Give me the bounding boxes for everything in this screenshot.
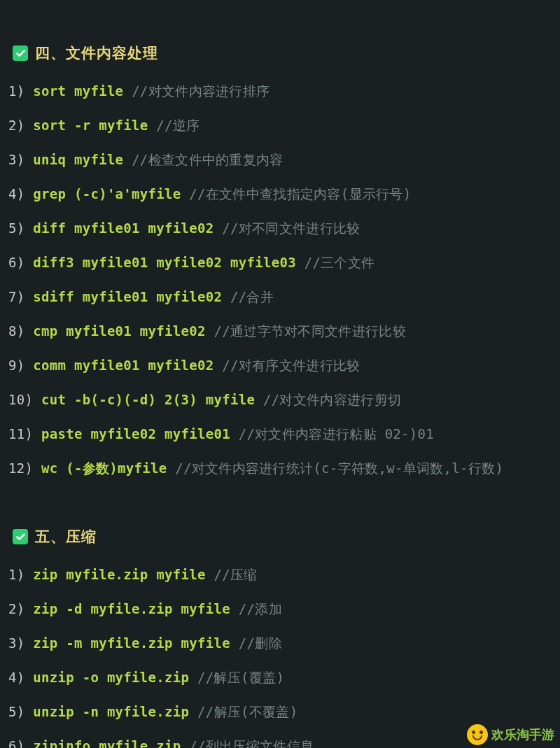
comment-text: //列出压缩文件信息 — [189, 738, 314, 748]
command-text: zip -d myfile.zip myfile — [33, 601, 230, 616]
comment-text: //在文件中查找指定内容(显示行号) — [189, 186, 411, 202]
check-icon — [13, 45, 28, 61]
command-line: 2) sort -r myfile //逆序 — [8, 117, 552, 135]
command-line: 5) diff myfile01 myfile02 //对不同文件进行比较 — [8, 220, 552, 238]
comment-text: //对有序文件进行比较 — [222, 358, 360, 373]
command-text: diff3 myfile01 myfile02 myfile03 — [33, 255, 296, 270]
section-header-4: 四、文件内容处理 — [8, 43, 552, 63]
comment-text: //对文件内容进行剪切 — [263, 392, 401, 407]
command-text: sort -r myfile — [33, 118, 148, 133]
command-line: 9) comm myfile01 myfile02 //对有序文件进行比较 — [8, 357, 552, 375]
command-text: diff myfile01 myfile02 — [33, 220, 214, 236]
comment-text: //解压(不覆盖) — [197, 704, 298, 719]
smiley-icon — [467, 724, 488, 745]
command-text: unzip -o myfile.zip — [33, 670, 197, 685]
command-text: sdiff myfile01 myfile02 — [33, 289, 222, 304]
line-number: 5) — [8, 220, 24, 236]
section-header-5: 五、压缩 — [8, 527, 552, 546]
command-text: cmp myfile01 myfile02 — [33, 323, 206, 339]
line-number: 10) — [8, 392, 33, 407]
line-number: 8) — [8, 323, 24, 339]
check-icon — [13, 529, 28, 544]
line-number: 11) — [8, 426, 33, 442]
command-line: 4) grep (-c)'a'myfile //在文件中查找指定内容(显示行号) — [8, 185, 552, 204]
command-line: 3) zip -m myfile.zip myfile //删除 — [8, 635, 552, 653]
command-line: 2) zip -d myfile.zip myfile //添加 — [8, 600, 552, 619]
line-number: 7) — [8, 289, 24, 304]
comment-text: //逆序 — [156, 118, 200, 133]
command-line: 4) unzip -o myfile.zip //解压(覆盖) — [8, 669, 552, 687]
comment-text: //删除 — [239, 635, 282, 651]
line-number: 5) — [8, 704, 24, 719]
comment-text: //检查文件中的重复内容 — [132, 152, 283, 167]
comment-text: //合并 — [230, 289, 274, 304]
command-line: 3) uniq myfile //检查文件中的重复内容 — [8, 151, 552, 169]
line-number: 4) — [8, 186, 24, 202]
command-text: uniq myfile — [33, 152, 123, 167]
comment-text: //对文件内容进行排序 — [132, 83, 270, 99]
comment-text: //通过字节对不同文件进行比较 — [214, 323, 406, 339]
command-line: 5) unzip -n myfile.zip //解压(不覆盖) — [8, 703, 552, 721]
watermark: 欢乐淘手游 — [467, 724, 554, 745]
line-number: 12) — [8, 460, 33, 476]
section-title: 五、压缩 — [35, 527, 97, 546]
command-line: 1) zip myfile.zip myfile //压缩 — [8, 566, 552, 584]
command-text: zip -m myfile.zip myfile — [33, 635, 230, 651]
line-number: 3) — [8, 635, 24, 651]
command-text: comm myfile01 myfile02 — [33, 358, 214, 373]
line-number: 4) — [8, 670, 24, 685]
comment-text: //压缩 — [214, 567, 258, 582]
command-line: 1) sort myfile //对文件内容进行排序 — [8, 83, 552, 101]
comment-text: //添加 — [239, 601, 282, 616]
command-text: sort myfile — [33, 83, 123, 99]
command-text: zipinfo myfile.zip — [33, 738, 181, 748]
line-number: 2) — [8, 118, 24, 133]
comment-text: //对文件内容进行粘贴 02-)01 — [239, 426, 434, 442]
command-line: 6) diff3 myfile01 myfile02 myfile03 //三个… — [8, 254, 552, 272]
content-area: 四、文件内容处理 1) sort myfile //对文件内容进行排序 2) s… — [0, 0, 560, 748]
comment-text: //对文件内容进行统计(c-字符数,w-单词数,l-行数) — [175, 460, 503, 476]
line-number: 3) — [8, 152, 24, 167]
command-text: unzip -n myfile.zip — [33, 704, 189, 719]
line-number: 6) — [8, 255, 24, 270]
line-number: 9) — [8, 358, 24, 373]
line-number: 1) — [8, 83, 24, 99]
command-line: 7) sdiff myfile01 myfile02 //合并 — [8, 288, 552, 306]
command-text: cut -b(-c)(-d) 2(3) myfile — [41, 392, 255, 407]
command-line: 8) cmp myfile01 myfile02 //通过字节对不同文件进行比较 — [8, 323, 552, 341]
command-text: wc (-参数)myfile — [41, 460, 167, 476]
line-number: 2) — [8, 601, 24, 616]
comment-text: //三个文件 — [304, 255, 375, 270]
command-line: 10) cut -b(-c)(-d) 2(3) myfile //对文件内容进行… — [8, 391, 552, 409]
line-number: 1) — [8, 567, 24, 582]
section-title: 四、文件内容处理 — [35, 43, 158, 63]
command-line: 12) wc (-参数)myfile //对文件内容进行统计(c-字符数,w-单… — [8, 460, 552, 478]
comment-text: //对不同文件进行比较 — [222, 220, 360, 236]
line-number: 6) — [8, 738, 24, 748]
command-line: 11) paste myfile02 myfile01 //对文件内容进行粘贴 … — [8, 425, 552, 444]
comment-text: //解压(覆盖) — [197, 670, 284, 685]
command-text: grep (-c)'a'myfile — [33, 186, 181, 202]
watermark-text: 欢乐淘手游 — [491, 726, 554, 743]
command-text: zip myfile.zip myfile — [33, 567, 206, 582]
command-text: paste myfile02 myfile01 — [41, 426, 230, 442]
